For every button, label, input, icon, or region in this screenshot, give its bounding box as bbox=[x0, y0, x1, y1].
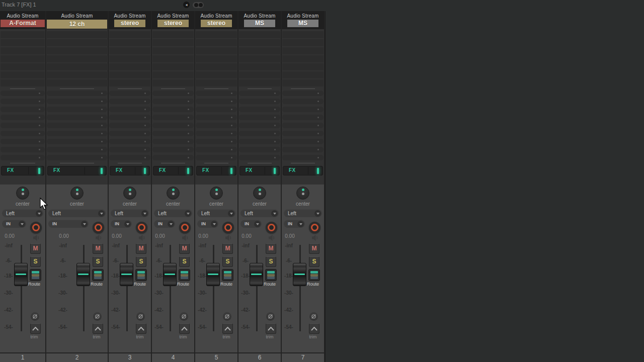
trim-knob[interactable] bbox=[136, 323, 146, 334]
fx-chain-button[interactable]: FX bbox=[1, 166, 44, 175]
record-arm-button[interactable] bbox=[136, 222, 147, 233]
send-slot-empty[interactable] bbox=[282, 139, 324, 144]
chevron-down-icon[interactable] bbox=[211, 221, 217, 227]
solo-button[interactable]: S bbox=[30, 256, 41, 267]
speaker-icon[interactable] bbox=[94, 234, 103, 243]
track-number[interactable]: 5 bbox=[195, 353, 237, 362]
track-number[interactable]: 7 bbox=[282, 353, 324, 362]
fx-slot-empty[interactable] bbox=[239, 79, 280, 86]
send-slot-empty[interactable] bbox=[282, 155, 324, 160]
chevron-down-icon[interactable] bbox=[124, 221, 131, 227]
send-slot-empty[interactable] bbox=[47, 147, 107, 152]
collapse-button[interactable]: ◂ bbox=[183, 2, 190, 8]
track-number[interactable]: 1 bbox=[0, 353, 45, 362]
send-slot-empty[interactable] bbox=[152, 99, 194, 104]
send-slot-empty[interactable] bbox=[152, 147, 194, 152]
record-arm-button[interactable] bbox=[30, 222, 42, 233]
fx-slot-empty[interactable] bbox=[1, 55, 45, 62]
speaker-icon[interactable] bbox=[181, 234, 190, 243]
route-button[interactable] bbox=[135, 269, 147, 281]
fx-slot-empty[interactable] bbox=[109, 71, 150, 78]
phase-invert-button[interactable] bbox=[223, 312, 231, 321]
fx-slot-empty[interactable] bbox=[47, 47, 107, 54]
send-slot-empty[interactable] bbox=[196, 123, 237, 128]
send-slot-empty[interactable] bbox=[282, 90, 324, 96]
speaker-icon[interactable] bbox=[267, 234, 276, 243]
fx-slot-empty[interactable] bbox=[196, 71, 237, 78]
send-slot-empty[interactable] bbox=[109, 139, 150, 144]
send-slot-empty[interactable] bbox=[239, 131, 280, 136]
phase-invert-button[interactable] bbox=[93, 312, 102, 321]
fx-slot-empty[interactable] bbox=[47, 63, 107, 70]
send-slot-empty[interactable] bbox=[109, 123, 150, 128]
track-number[interactable]: 6 bbox=[238, 353, 281, 362]
solo-button[interactable]: S bbox=[266, 256, 276, 267]
fx-slot-empty[interactable] bbox=[282, 79, 324, 86]
trim-knob[interactable] bbox=[93, 323, 103, 334]
send-slot-empty[interactable] bbox=[152, 115, 194, 120]
mute-button[interactable]: M bbox=[30, 243, 41, 254]
fx-chain-button[interactable]: FX bbox=[110, 166, 150, 175]
pan-knob[interactable] bbox=[123, 187, 136, 200]
send-slot-empty[interactable] bbox=[152, 107, 194, 112]
fx-slot-empty[interactable] bbox=[196, 39, 237, 46]
phase-invert-button[interactable] bbox=[266, 312, 275, 321]
track-header[interactable]: Audio Stream stereo bbox=[195, 11, 237, 29]
fx-slot-empty[interactable] bbox=[1, 39, 45, 46]
fx-slot-empty[interactable] bbox=[152, 39, 194, 46]
fx-slot-empty[interactable] bbox=[1, 47, 45, 54]
send-slot-empty[interactable] bbox=[109, 99, 150, 104]
track-number[interactable]: 2 bbox=[46, 353, 108, 362]
send-slot-empty[interactable] bbox=[282, 147, 324, 152]
fx-slot-empty[interactable] bbox=[47, 71, 107, 78]
fx-slot-empty[interactable] bbox=[47, 39, 107, 46]
send-slot-empty[interactable] bbox=[196, 107, 237, 112]
fx-chain-button[interactable]: FX bbox=[153, 166, 193, 175]
send-slot-empty[interactable] bbox=[196, 155, 237, 160]
send-slot-empty[interactable] bbox=[1, 115, 45, 120]
send-slot-empty[interactable] bbox=[239, 90, 280, 96]
solo-button[interactable]: S bbox=[222, 256, 233, 267]
fx-enabled-led[interactable] bbox=[274, 168, 276, 174]
send-slot-empty[interactable] bbox=[152, 155, 194, 160]
layout-toggle-button[interactable] bbox=[193, 2, 204, 8]
fx-slot-empty[interactable] bbox=[282, 39, 324, 46]
chevron-down-icon[interactable] bbox=[271, 210, 278, 217]
trim-knob[interactable] bbox=[30, 323, 41, 334]
record-arm-button[interactable] bbox=[222, 222, 234, 233]
mute-button[interactable]: M bbox=[309, 243, 319, 254]
route-button[interactable] bbox=[265, 269, 277, 281]
fx-slot-empty[interactable] bbox=[152, 63, 194, 70]
chevron-down-icon[interactable] bbox=[81, 221, 88, 227]
chevron-down-icon[interactable] bbox=[19, 221, 25, 227]
chevron-down-icon[interactable] bbox=[314, 210, 321, 217]
send-slot-empty[interactable] bbox=[109, 115, 150, 120]
phase-invert-button[interactable] bbox=[180, 312, 188, 321]
send-slot-empty[interactable] bbox=[282, 115, 324, 120]
fx-slot-empty[interactable] bbox=[196, 79, 237, 86]
send-slot-empty[interactable] bbox=[282, 131, 324, 136]
send-slot-empty[interactable] bbox=[1, 155, 45, 160]
record-arm-button[interactable] bbox=[93, 222, 104, 233]
route-button[interactable] bbox=[30, 269, 41, 281]
fx-slot-empty[interactable] bbox=[239, 71, 280, 78]
send-slot-empty[interactable] bbox=[239, 139, 280, 144]
fx-chain-button[interactable]: FX bbox=[239, 166, 280, 175]
send-slot-empty[interactable] bbox=[196, 147, 237, 152]
send-slot-empty[interactable] bbox=[282, 107, 324, 112]
route-button[interactable] bbox=[179, 269, 190, 281]
mute-button[interactable]: M bbox=[179, 243, 190, 254]
send-slot-empty[interactable] bbox=[47, 123, 107, 128]
fx-chain-button[interactable]: FX bbox=[47, 166, 107, 175]
speaker-icon[interactable] bbox=[224, 234, 233, 243]
mute-button[interactable]: M bbox=[266, 243, 276, 254]
send-slot-empty[interactable] bbox=[239, 155, 280, 160]
mute-button[interactable]: M bbox=[93, 243, 103, 254]
fader-track[interactable] bbox=[83, 245, 85, 331]
fx-slot-empty[interactable] bbox=[47, 31, 107, 38]
send-slot-empty[interactable] bbox=[1, 99, 45, 104]
send-slot-empty[interactable] bbox=[1, 123, 45, 128]
track-number[interactable]: 3 bbox=[109, 353, 151, 362]
chevron-down-icon[interactable] bbox=[228, 210, 234, 217]
fx-slot-empty[interactable] bbox=[47, 79, 107, 86]
